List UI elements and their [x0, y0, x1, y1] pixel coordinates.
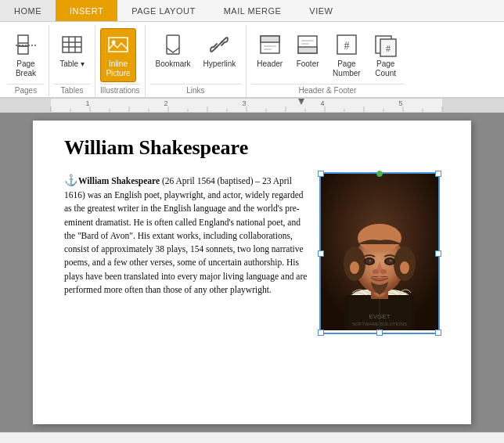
svg-rect-27: [0, 99, 51, 112]
hyperlink-label: Hyperlink: [203, 59, 236, 69]
document-body: ⚓William Shakespeare (26 April 1564 (bap…: [64, 172, 440, 297]
inline-picture-label: InlinePicture: [106, 59, 130, 78]
svg-text:3: 3: [242, 99, 246, 107]
svg-rect-4: [63, 37, 81, 52]
table-button[interactable]: Table ▾: [54, 28, 90, 73]
ribbon-group-tables: Table ▾ Tables: [49, 25, 95, 97]
tab-page-layout[interactable]: PAGE LAYOUT: [117, 0, 210, 21]
header-label: Header: [257, 59, 283, 69]
bookmark-label: Bookmark: [156, 59, 191, 69]
page-break-button[interactable]: PageBreak: [8, 28, 44, 82]
status-bar: [0, 432, 504, 443]
tables-group-label: Tables: [54, 84, 90, 97]
page-number-button[interactable]: # PageNumber: [327, 28, 366, 82]
svg-rect-28: [442, 99, 504, 112]
tab-home[interactable]: HOME: [0, 0, 56, 21]
pages-buttons: PageBreak: [8, 25, 44, 82]
bookmark-button[interactable]: Bookmark: [150, 28, 196, 73]
inline-picture-icon: [106, 32, 131, 57]
illustrations-group-label: Illustrations: [100, 84, 140, 97]
header-footer-buttons: Header Footer: [251, 25, 403, 82]
svg-text:2: 2: [164, 99, 167, 107]
svg-rect-26: [0, 99, 504, 112]
svg-rect-0: [18, 35, 28, 46]
footer-label: Footer: [297, 59, 319, 69]
inline-picture-button[interactable]: InlinePicture: [100, 28, 136, 82]
page-number-icon: #: [334, 32, 359, 57]
header-button[interactable]: Header: [251, 28, 288, 73]
svg-rect-14: [261, 36, 279, 42]
resize-handle-bl[interactable]: [318, 330, 324, 336]
svg-text:SOFTWARE SOLUTIONS: SOFTWARE SOLUTIONS: [352, 322, 407, 326]
tab-mail-merge[interactable]: MAIL MERGE: [210, 0, 296, 21]
tab-insert[interactable]: INSERT: [56, 0, 117, 21]
page-count-button[interactable]: # PageCount: [368, 28, 404, 82]
hyperlink-icon: [207, 32, 232, 57]
svg-text:1: 1: [85, 99, 89, 107]
document-title: William Shakespeare: [64, 136, 440, 160]
svg-text:#: #: [386, 43, 391, 54]
ruler: 1 2 3 4 5: [0, 99, 504, 113]
tab-bar: HOME INSERT PAGE LAYOUT MAIL MERGE VIEW: [0, 0, 504, 22]
document-area: William Shakespeare: [0, 113, 504, 432]
ribbon-content: PageBreak Pages: [0, 22, 504, 98]
illustrations-buttons: InlinePicture: [100, 25, 140, 82]
resize-handle-bm[interactable]: [376, 330, 383, 336]
anchor-icon: ⚓: [64, 175, 77, 186]
svg-text:5: 5: [398, 99, 402, 107]
bookmark-icon: [160, 32, 185, 57]
resize-handle-br[interactable]: [435, 330, 441, 336]
page-count-label: PageCount: [375, 59, 396, 78]
tables-buttons: Table ▾: [54, 25, 90, 82]
ribbon: PageBreak Pages: [0, 22, 504, 99]
ribbon-group-pages: PageBreak Pages: [3, 25, 49, 97]
page-break-icon: [13, 32, 38, 57]
header-footer-group-label: Header & Footer: [251, 84, 403, 97]
bold-name: William Shakespeare: [78, 176, 160, 185]
svg-rect-3: [18, 46, 28, 54]
svg-text:#: #: [344, 40, 349, 52]
tab-view[interactable]: VIEW: [295, 0, 347, 21]
ribbon-group-illustrations: InlinePicture Illustrations: [95, 25, 146, 97]
svg-text:4: 4: [320, 99, 324, 107]
header-icon: [257, 32, 283, 57]
footer-button[interactable]: Footer: [290, 28, 326, 73]
table-icon: [59, 32, 85, 57]
ribbon-group-links: Bookmark Hyperlink Links: [146, 25, 247, 97]
svg-rect-9: [109, 38, 128, 52]
svg-rect-11: [167, 35, 179, 54]
pages-group-label: Pages: [8, 84, 44, 97]
page-count-icon: #: [373, 32, 398, 57]
document-page: William Shakespeare: [33, 121, 471, 424]
page-break-label: PageBreak: [16, 59, 36, 78]
table-label: Table ▾: [59, 59, 85, 69]
svg-rect-18: [298, 47, 317, 53]
links-buttons: Bookmark Hyperlink: [150, 25, 242, 82]
page-number-label: PageNumber: [333, 59, 361, 78]
hyperlink-button[interactable]: Hyperlink: [198, 28, 242, 73]
footer-icon: [295, 32, 320, 57]
ribbon-group-header-footer: Header Footer: [247, 25, 408, 97]
svg-text:EVGET: EVGET: [369, 313, 390, 320]
links-group-label: Links: [150, 84, 242, 97]
